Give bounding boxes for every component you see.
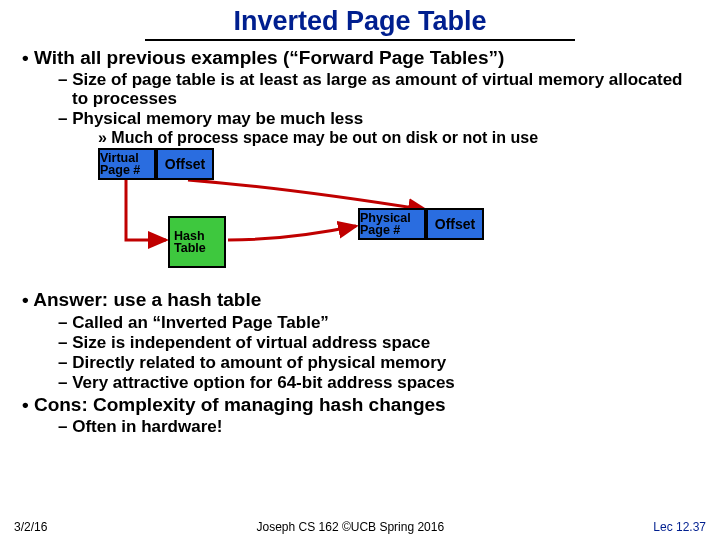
box-virtual-offset: Offset bbox=[156, 148, 214, 180]
bullet-hardware: Often in hardware! bbox=[58, 417, 702, 436]
bullet-answer-hash: Answer: use a hash table bbox=[18, 289, 702, 310]
bullet-64bit: Very attractive option for 64-bit addres… bbox=[58, 373, 702, 392]
bullet-related-physmem: Directly related to amount of physical m… bbox=[58, 353, 702, 372]
title-underline bbox=[145, 39, 575, 41]
footer: 3/2/16 Joseph CS 162 ©UCB Spring 2016 Le… bbox=[0, 520, 720, 534]
box-physical-page: Physical Page # bbox=[358, 208, 426, 240]
bullet-size-independent: Size is independent of virtual address s… bbox=[58, 333, 702, 352]
bullet-cons: Cons: Complexity of managing hash change… bbox=[18, 394, 702, 415]
box-virtual-page: Virtual Page # bbox=[98, 148, 156, 180]
bullet-on-disk: Much of process space may be out on disk… bbox=[98, 129, 702, 147]
slide-title: Inverted Page Table bbox=[0, 6, 720, 39]
box-hash-table: Hash Table bbox=[168, 216, 226, 268]
footer-attribution: Joseph CS 162 ©UCB Spring 2016 bbox=[257, 520, 445, 534]
footer-lecnum: Lec 12.37 bbox=[653, 520, 706, 534]
box-physical-offset: Offset bbox=[426, 208, 484, 240]
slide-body: With all previous examples (“Forward Pag… bbox=[0, 47, 720, 436]
bullet-size-large: Size of page table is at least as large … bbox=[58, 70, 702, 108]
footer-date: 3/2/16 bbox=[14, 520, 47, 534]
diagram: Virtual Page # Offset Hash Table Physica… bbox=[78, 148, 702, 283]
bullet-physmem-less: Physical memory may be much less bbox=[58, 109, 702, 128]
bullet-forward-pt: With all previous examples (“Forward Pag… bbox=[18, 47, 702, 68]
bullet-called-ipt: Called an “Inverted Page Table” bbox=[58, 313, 702, 332]
